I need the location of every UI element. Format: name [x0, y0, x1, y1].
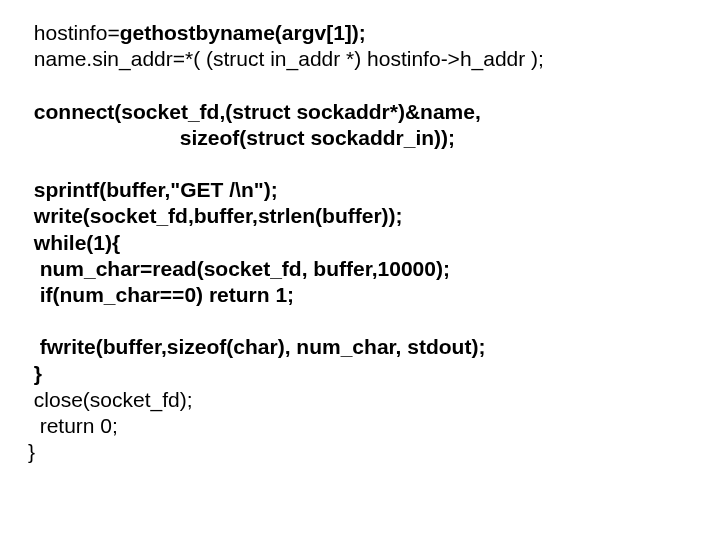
code-line: }: [28, 361, 692, 387]
code-text: write(socket_fd,buffer,strlen(buffer));: [28, 204, 403, 227]
code-text: fwrite(buffer,sizeof(char), num_char, st…: [28, 335, 485, 358]
code-text: if(num_char==0) return 1;: [28, 283, 294, 306]
code-line: [28, 308, 692, 334]
code-line: fwrite(buffer,sizeof(char), num_char, st…: [28, 334, 692, 360]
code-text: name.sin_addr=*( (struct in_addr *) host…: [28, 47, 544, 70]
code-text: close(socket_fd);: [28, 388, 193, 411]
code-text: sprintf(buffer,"GET /\n");: [28, 178, 278, 201]
code-line: while(1){: [28, 230, 692, 256]
code-line: sizeof(struct sockaddr_in));: [28, 125, 692, 151]
code-line: name.sin_addr=*( (struct in_addr *) host…: [28, 46, 692, 72]
code-text: return 0;: [28, 414, 118, 437]
code-line: hostinfo=gethostbyname(argv[1]);: [28, 20, 692, 46]
code-line: num_char=read(socket_fd, buffer,10000);: [28, 256, 692, 282]
code-text: connect(socket_fd,(struct sockaddr*)&nam…: [28, 100, 481, 123]
code-slide: hostinfo=gethostbyname(argv[1]); name.si…: [0, 0, 720, 486]
code-line: return 0;: [28, 413, 692, 439]
code-line: [28, 151, 692, 177]
code-line: connect(socket_fd,(struct sockaddr*)&nam…: [28, 99, 692, 125]
code-line: [28, 73, 692, 99]
code-text: num_char=read(socket_fd, buffer,10000);: [28, 257, 450, 280]
code-text: }: [28, 362, 42, 385]
code-text: hostinfo=: [28, 21, 120, 44]
code-text: }: [28, 440, 35, 463]
code-line: if(num_char==0) return 1;: [28, 282, 692, 308]
code-line: }: [28, 439, 692, 465]
code-text: sizeof(struct sockaddr_in));: [28, 126, 455, 149]
code-text: gethostbyname(argv[1]);: [120, 21, 366, 44]
code-line: sprintf(buffer,"GET /\n");: [28, 177, 692, 203]
code-line: write(socket_fd,buffer,strlen(buffer));: [28, 203, 692, 229]
code-line: close(socket_fd);: [28, 387, 692, 413]
code-text: while(1){: [28, 231, 120, 254]
